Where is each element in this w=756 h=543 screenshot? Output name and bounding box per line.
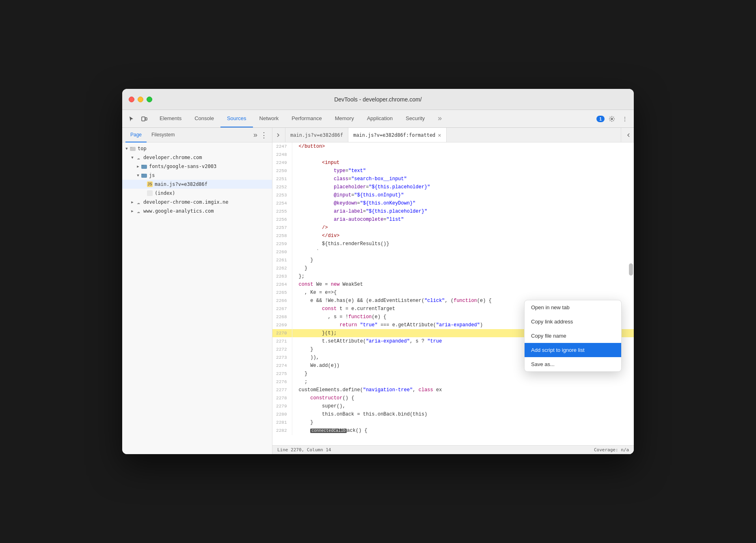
editor-tab-label-mainjs: main.js?v=e382d86f	[290, 132, 343, 138]
tab-application[interactable]: Application	[361, 110, 400, 127]
cloud-icon-analytics: ☁	[135, 208, 142, 214]
tab-sources[interactable]: Sources	[220, 110, 253, 127]
tree-arrow-top: ▼	[124, 147, 130, 151]
code-line-2249: 2249 <input	[272, 159, 634, 167]
tab-bar: Elements Console Sources Network Perform…	[153, 110, 593, 127]
tab-console[interactable]: Console	[188, 110, 220, 127]
svg-rect-8	[141, 174, 144, 175]
settings-icon[interactable]	[606, 113, 618, 125]
editor-area: main.js?v=e382d86f main.js?v=e382d86f:fo…	[272, 128, 634, 454]
tree-label-dev-chrome: developer.chrome.com	[143, 155, 202, 160]
code-line-2281: 2281 }	[272, 418, 634, 427]
minimize-button[interactable]	[138, 97, 143, 102]
more-options-icon[interactable]: ⋮	[619, 113, 631, 125]
cursor-position: Line 2270, Column 14	[277, 447, 331, 452]
tree-item-mainjs[interactable]: JS main.js?v=e382d86f	[122, 180, 272, 189]
collapse-panel-icon[interactable]	[272, 128, 285, 142]
svg-rect-6	[141, 165, 144, 166]
context-menu-add-ignore[interactable]: Add script to ignore list	[525, 343, 621, 357]
traffic-lights	[129, 97, 152, 102]
tree-item-imgix[interactable]: ▶ ☁ developer-chrome-com.imgix.ne	[122, 198, 272, 207]
code-line-2254: 2254 @keydown="${this.onKeyDown}"	[272, 199, 634, 207]
tree-arrow-js: ▼	[135, 173, 141, 177]
tree-label-imgix: developer-chrome-com.imgix.ne	[143, 199, 229, 205]
code-line-2277: 2277 customElements.define("navigation-t…	[272, 386, 634, 394]
html-file-icon-index	[147, 190, 153, 196]
context-menu-copy-file[interactable]: Copy file name	[525, 329, 621, 343]
tree-label-index: (index)	[155, 190, 175, 196]
sidebar-tab-filesystem[interactable]: Filesystem	[147, 128, 179, 142]
devtools-window: DevTools - developer.chrome.com/ Element…	[122, 89, 634, 454]
code-line-2263: 2263 };	[272, 272, 634, 280]
status-bar: Line 2270, Column 14 Coverage: n/a	[272, 445, 634, 454]
tree-item-top[interactable]: ▼ top	[122, 144, 272, 153]
code-line-2251: 2251 class="search-box__input"	[272, 175, 634, 183]
devtools-right-icons: 1 ⋮	[593, 110, 634, 127]
tab-performance[interactable]: Performance	[285, 110, 328, 127]
close-tab-icon[interactable]: ×	[438, 132, 441, 138]
editor-tab-mainjs-formatted[interactable]: main.js?v=e382d86f:formatted ×	[348, 128, 447, 142]
context-menu-copy-link[interactable]: Copy link address	[525, 315, 621, 329]
device-toolbar-icon[interactable]	[138, 113, 150, 125]
code-line-2259: 2259 ${this.renderResults()}	[272, 240, 634, 248]
sidebar-tabs: Page Filesystem » ⋮	[122, 128, 272, 142]
tree-label-analytics: www.google-analytics.com	[143, 208, 214, 214]
tab-network[interactable]: Network	[253, 110, 285, 127]
cloud-icon-imgix: ☁	[135, 199, 142, 205]
svg-rect-1	[145, 118, 147, 120]
context-menu: Open in new tab Copy link address Copy f…	[524, 300, 622, 372]
code-table: 2247 </button> 2248 2249 <input	[272, 142, 634, 435]
sidebar-more-icon[interactable]: »	[252, 131, 259, 139]
tree-arrow-analytics: ▶	[130, 209, 135, 213]
sidebar: Page Filesystem » ⋮ ▼ top ▼	[122, 128, 272, 454]
code-line-2252: 2252 placeholder="${this.placeholder}"	[272, 183, 634, 191]
svg-rect-0	[142, 117, 145, 121]
tree-arrow-dev-chrome: ▼	[130, 155, 135, 159]
code-line-2261: 2261 }	[272, 256, 634, 264]
tab-elements[interactable]: Elements	[153, 110, 188, 127]
collapse-editor-icon[interactable]	[621, 128, 634, 142]
tab-more[interactable]: »	[431, 110, 448, 127]
context-menu-open-tab[interactable]: Open in new tab	[525, 300, 621, 315]
code-line-2264: 2264 const We = new WeakSet	[272, 280, 634, 289]
tree-item-dev-chrome[interactable]: ▼ ☁ developer.chrome.com	[122, 153, 272, 162]
svg-point-2	[611, 118, 613, 120]
editor-tab-mainjs[interactable]: main.js?v=e382d86f	[285, 128, 348, 142]
code-line-2257: 2257 />	[272, 224, 634, 232]
tab-memory[interactable]: Memory	[328, 110, 361, 127]
code-line-2276: 2276 ;	[272, 378, 634, 386]
code-line-2279: 2279 super(),	[272, 402, 634, 410]
tree-label-top: top	[138, 146, 147, 151]
code-line-2253: 2253 @input="${this.onInput}"	[272, 191, 634, 199]
folder-icon	[130, 145, 136, 152]
context-menu-save-as[interactable]: Save as...	[525, 357, 621, 371]
code-line-2278: 2278 constructor() {	[272, 394, 634, 402]
code-line-2282: 2282 connectedCallback() {	[272, 427, 634, 435]
close-button[interactable]	[129, 97, 134, 102]
maximize-button[interactable]	[147, 97, 152, 102]
code-line-2280: 2280 this.onBack = this.onBack.bind(this…	[272, 410, 634, 418]
js-file-icon-mainjs: JS	[147, 181, 153, 187]
title-bar: DevTools - developer.chrome.com/	[122, 89, 634, 110]
tree-item-analytics[interactable]: ▶ ☁ www.google-analytics.com	[122, 207, 272, 215]
main-content: Page Filesystem » ⋮ ▼ top ▼	[122, 128, 634, 454]
tab-security[interactable]: Security	[399, 110, 431, 127]
svg-rect-4	[130, 147, 132, 148]
code-line-2265: 2265 , Ke = e=>{	[272, 289, 634, 297]
devtools-left-icons	[122, 110, 153, 127]
tree-item-fonts[interactable]: ▶ fonts/google-sans-v2003	[122, 162, 272, 171]
tree-arrow-fonts: ▶	[135, 164, 141, 168]
code-editor[interactable]: 2247 </button> 2248 2249 <input	[272, 142, 634, 445]
tree-item-index[interactable]: (index)	[122, 189, 272, 198]
tree-label-js: js	[149, 172, 155, 178]
folder-blue-icon-js	[141, 172, 147, 179]
cursor-icon[interactable]	[125, 113, 137, 125]
code-line-2255: 2255 aria-label="${this.placeholder}"	[272, 207, 634, 215]
scrollbar-thumb[interactable]	[629, 263, 633, 276]
notification-badge[interactable]: 1	[596, 116, 605, 122]
vertical-scrollbar[interactable]	[628, 142, 634, 445]
tree-item-js[interactable]: ▼ js	[122, 171, 272, 180]
sidebar-tab-page[interactable]: Page	[125, 128, 147, 142]
sidebar-options-icon[interactable]: ⋮	[259, 130, 269, 140]
devtools-header: Elements Console Sources Network Perform…	[122, 110, 634, 128]
